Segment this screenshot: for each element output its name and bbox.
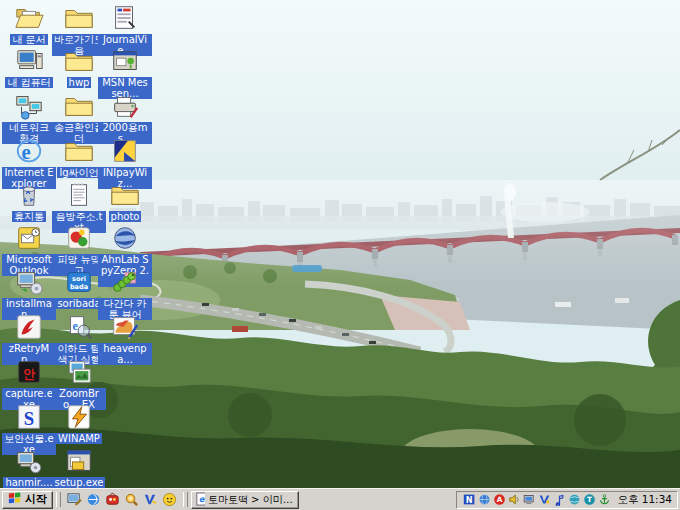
desktop-icon-label: 내 컴퓨터 xyxy=(5,77,52,88)
nateon-tray-icon[interactable]: N xyxy=(462,493,476,507)
zretry-icon xyxy=(14,312,44,342)
quick-launch-bar xyxy=(64,491,180,508)
zoombrowser-icon xyxy=(64,357,94,387)
start-label: 시작 xyxy=(25,492,47,507)
folder-open-icon xyxy=(14,3,44,33)
svg-text:안: 안 xyxy=(23,367,36,381)
desktop-icon-label: soribada xyxy=(55,298,102,309)
computer-icon xyxy=(14,46,44,76)
display-settings-tray-icon[interactable] xyxy=(522,493,536,507)
ie-page-icon: e xyxy=(195,492,205,508)
desktop-icon-label: 내 문서 xyxy=(10,34,47,45)
system-tray: NAT 오후 11:34 xyxy=(456,491,678,509)
desktop-icon-grid: 내 문서바로가기모음JournalVie...내 컴퓨터hwpMSN Messe… xyxy=(2,0,172,488)
desktop-icon-label: lg싸이언 xyxy=(57,167,100,178)
winamp-icon xyxy=(64,402,94,432)
recycle-icon xyxy=(14,180,44,210)
svg-text:S: S xyxy=(24,408,34,429)
internet-globe-tray-icon[interactable] xyxy=(567,493,581,507)
desktop-icon[interactable]: WINAMP xyxy=(52,402,106,444)
s-blue-icon: S xyxy=(14,402,44,432)
folder-icon xyxy=(110,180,140,210)
ie-icon: e xyxy=(14,136,44,166)
taskbar-grip[interactable] xyxy=(56,492,61,507)
capture-icon: 안 xyxy=(14,357,44,387)
volume-tray-icon[interactable] xyxy=(507,493,521,507)
anchor-messenger-tray-icon[interactable] xyxy=(597,493,611,507)
folder-icon xyxy=(64,46,94,76)
hanmir-icon xyxy=(14,446,44,476)
start-button[interactable]: 시작 xyxy=(2,491,53,509)
v3-virus-icon[interactable] xyxy=(142,491,159,508)
taskbar: 시작 e 토마토떡 > 이미지방 1... NAT 오후 11:34 xyxy=(0,488,680,510)
desktop-icon-label: hwp xyxy=(67,77,92,88)
desktop-icon[interactable]: setup.exe xyxy=(52,446,106,488)
media-player-red-icon[interactable] xyxy=(104,491,121,508)
show-desktop-icon[interactable] xyxy=(66,491,83,508)
music-note-tray-icon[interactable] xyxy=(552,493,566,507)
msn-icon xyxy=(110,46,140,76)
search-icon[interactable] xyxy=(123,491,140,508)
desktop-icon[interactable]: 내 컴퓨터 xyxy=(2,46,56,88)
v3-shield-tray-icon[interactable] xyxy=(537,493,551,507)
inipay-icon xyxy=(110,136,140,166)
heavenpa-icon xyxy=(110,312,140,342)
svg-text:bada: bada xyxy=(70,283,88,291)
ehard-icon: e xyxy=(64,312,94,342)
desktop-icon[interactable]: hanmir.... xyxy=(2,446,56,488)
network-globe-tray-icon[interactable] xyxy=(477,493,491,507)
window-button-label: 토마토떡 > 이미지방 1... xyxy=(208,493,295,507)
internet-explorer-icon[interactable] xyxy=(85,491,102,508)
t-shield-tray-icon[interactable]: T xyxy=(582,493,596,507)
svg-text:e: e xyxy=(199,494,205,504)
svg-text:e: e xyxy=(72,319,78,333)
messenger-smiley-icon[interactable] xyxy=(161,491,178,508)
svg-text:A: A xyxy=(497,495,503,504)
svg-text:T: T xyxy=(587,495,592,504)
desktop-icon-label: 휴지통 xyxy=(12,211,46,222)
taskbar-grip[interactable] xyxy=(183,492,188,507)
folder-icon xyxy=(64,3,94,33)
clock: 오후 11:34 xyxy=(617,493,672,507)
journal-icon xyxy=(110,3,140,33)
svg-text:e: e xyxy=(22,141,31,163)
installman-icon xyxy=(14,267,44,297)
desktop-icon[interactable]: 휴지통 xyxy=(2,180,56,222)
folder-icon xyxy=(64,136,94,166)
desktop: 내 문서바로가기모음JournalVie...내 컴퓨터hwpMSN Messe… xyxy=(0,0,680,510)
desktop-icon[interactable]: heavenpa... xyxy=(98,312,152,365)
desktop-icon-label: photo xyxy=(109,211,142,222)
desktop-icon-label: WINAMP xyxy=(56,433,102,444)
network-icon xyxy=(14,91,44,121)
ahnlab-monitor-tray-icon[interactable]: A xyxy=(492,493,506,507)
soribada-icon: soribada xyxy=(64,267,94,297)
svg-text:N: N xyxy=(466,495,473,505)
outlook-icon xyxy=(14,223,44,253)
folder-icon xyxy=(64,91,94,121)
desktop-icon-label: hanmir.... xyxy=(3,477,54,488)
setup-icon xyxy=(64,446,94,476)
desktop-icon[interactable]: photo xyxy=(98,180,152,222)
desktop-icon-label: heavenpa... xyxy=(98,343,152,365)
windows-logo-icon xyxy=(8,491,22,508)
textdoc-icon xyxy=(64,180,94,210)
pmang-icon xyxy=(64,223,94,253)
desktop-icon-label: setup.exe xyxy=(53,477,106,488)
ahnlab-icon xyxy=(110,223,140,253)
desktop-icon[interactable]: 내 문서 xyxy=(2,3,56,45)
printer-icon xyxy=(110,91,140,121)
taskbar-window-button[interactable]: e 토마토떡 > 이미지방 1... xyxy=(191,491,299,509)
caterpillar-icon xyxy=(110,267,140,297)
